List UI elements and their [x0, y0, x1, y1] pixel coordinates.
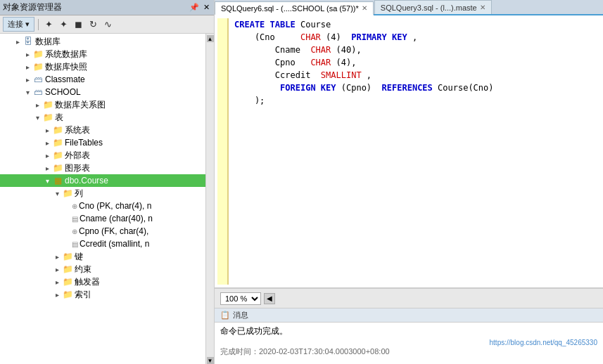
constraints-folder-icon: 📁: [62, 264, 73, 275]
code-fk-course: Course(Cno): [438, 83, 493, 93]
sys-tables-label: 系统表: [65, 124, 90, 136]
tree-item-tables[interactable]: ▾ 📁 表: [0, 111, 205, 124]
db-snapshot-label: 数据库快照: [45, 61, 87, 73]
expander-col-cno: [62, 201, 72, 211]
filter-icon[interactable]: ✦: [57, 18, 70, 31]
col-ccredit-label: Ccredit (smallint, n: [80, 239, 149, 249]
tab-query3-close-button[interactable]: ✕: [480, 4, 485, 11]
tree-item-sys-tables[interactable]: ▸ 📁 系统表: [0, 124, 205, 136]
tree-item-system-dbs[interactable]: ▸ 📁 系统数据库: [0, 48, 205, 60]
tab-query3-label: SQLQuery3.sql - (l...).maste: [381, 4, 477, 12]
tree-item-db-snapshot[interactable]: ▸ 📁 数据库快照: [0, 60, 205, 73]
expander-columns: ▾: [52, 188, 62, 198]
db-snapshot-folder-icon: 📁: [32, 61, 44, 72]
scroll-left-button[interactable]: ◀: [264, 293, 275, 304]
expander-col-cname: [62, 214, 72, 223]
triggers-label: 触发器: [75, 276, 100, 288]
pk-icon: ⊕: [72, 202, 77, 210]
tree-item-graph-tables[interactable]: ▸ 📁 图形表: [0, 162, 205, 174]
tree-item-col-cname[interactable]: ▤ Cname (char(40), n: [0, 212, 205, 225]
kw-smallint: SMALLINT: [321, 70, 362, 80]
graph-tables-label: 图形表: [65, 162, 90, 174]
tree-item-indexes[interactable]: ▸ 📁 索引: [0, 288, 205, 301]
expander-school: ▾: [23, 87, 32, 97]
tree-item-ext-tables[interactable]: ▸ 📁 外部表: [0, 149, 205, 162]
scroll-up-button[interactable]: ▲: [207, 35, 214, 42]
code-close-paren: );: [234, 96, 265, 105]
expander-system-dbs: ▸: [23, 49, 32, 59]
tree-item-school-diagram[interactable]: ▸ 📁 数据库关系图: [0, 98, 205, 111]
tree-item-dbo-course[interactable]: ▾ ▦ dbo.Course: [0, 174, 205, 187]
expander-keys: ▸: [52, 252, 62, 261]
classmate-label: Classmate: [45, 74, 85, 84]
code-line-7: );: [234, 94, 600, 107]
tab-query6-close-button[interactable]: ✕: [362, 4, 367, 12]
tree-item-classmate[interactable]: ▸ 🗃 Classmate: [0, 73, 205, 86]
tree-item-col-ccredit[interactable]: ▤ Ccredit (smallint, n: [0, 238, 205, 250]
left-panel-close-icon[interactable]: ✕: [202, 3, 211, 12]
tree-item-constraints[interactable]: ▸ 📁 约束: [0, 263, 205, 275]
messages-body: 命令已成功完成。 https://blog.csdn.net/qq_452653…: [215, 323, 603, 364]
expander-classmate: ▸: [23, 74, 32, 84]
classmate-db-icon: 🗃: [32, 74, 44, 85]
col-cname-label: Cname (char(40), n: [80, 214, 153, 223]
expander-databases: ▸: [13, 37, 23, 46]
tree-item-col-cno[interactable]: ⊕ Cno (PK, char(4), n: [0, 200, 205, 212]
messages-icon: 📋: [220, 311, 230, 320]
code-line-1: CREATE TABLE Course: [234, 18, 600, 31]
ext-tables-folder-icon: 📁: [52, 150, 63, 161]
code-line-2: (Cno CHAR (4) PRIMARY KEY ,: [234, 31, 600, 44]
dbo-course-label: dbo.Course: [65, 176, 108, 186]
system-dbs-label: 系统数据库: [45, 48, 87, 60]
tab-query6-label: SQLQuery6.sql - (....SCHOOL (sa (57))*: [221, 4, 359, 13]
dbo-course-table-icon: ▦: [52, 175, 63, 186]
expander-indexes: ▸: [52, 290, 62, 299]
refresh-icon[interactable]: ↻: [87, 18, 99, 31]
code-line-6: FOREIGN KEY (Cpno) REFERENCES Course(Cno…: [234, 82, 600, 94]
kw-char-2: CHAR: [310, 45, 331, 55]
tab-query3[interactable]: SQLQuery3.sql - (l...).maste ✕: [374, 0, 492, 14]
tree-item-databases[interactable]: ▸ 🗄 数据库: [0, 35, 205, 48]
tables-label: 表: [55, 112, 63, 124]
tree-item-col-cpno[interactable]: ⊕ Cpno (FK, char(4),: [0, 225, 205, 238]
constraints-label: 约束: [75, 264, 91, 275]
code-ccredit-pre: Ccredit: [234, 70, 316, 80]
ext-tables-label: 外部表: [65, 150, 90, 162]
tree-item-keys[interactable]: ▸ 📁 键: [0, 250, 205, 263]
code-fk-cpno: (Cpno): [341, 83, 377, 93]
pin-icon[interactable]: 📌: [188, 3, 201, 12]
expander-db-snapshot: ▸: [23, 62, 32, 72]
tree-item-triggers[interactable]: ▸ 📁 触发器: [0, 275, 205, 288]
code-cname-pre: Cname: [234, 45, 305, 55]
stop-icon[interactable]: ◼: [72, 18, 84, 31]
tab-query6[interactable]: SQLQuery6.sql - (....SCHOOL (sa (57))* ✕: [215, 1, 374, 15]
messages-panel: 📋 消息 命令已成功完成。 https://blog.csdn.net/qq_4…: [215, 308, 603, 364]
connect-button[interactable]: 连接 ▾: [3, 17, 34, 32]
file-tables-folder-icon: 📁: [52, 137, 63, 148]
indexes-folder-icon: 📁: [62, 289, 73, 300]
code-cno-size: (4): [326, 32, 346, 42]
tree-item-file-tables[interactable]: ▸ 📁 FileTables: [0, 136, 205, 149]
code-editor[interactable]: CREATE TABLE Course (Cno CHAR (4) PRIMAR…: [215, 15, 603, 288]
expander-tables: ▾: [32, 112, 42, 122]
new-query-icon[interactable]: ✦: [42, 18, 55, 31]
activity-icon[interactable]: ∿: [101, 18, 114, 31]
code-content-area: CREATE TABLE Course (Cno CHAR (4) PRIMAR…: [229, 18, 600, 285]
scroll-down-button[interactable]: ▼: [207, 357, 214, 364]
code-cpno-rest: (4),: [336, 58, 357, 67]
columns-folder-icon: 📁: [62, 188, 73, 199]
zoom-select[interactable]: 100 %: [220, 292, 261, 305]
code-ccredit-comma: ,: [367, 70, 372, 80]
left-scrollbar[interactable]: ▲ ▼: [205, 34, 214, 364]
code-line-4: Cpno CHAR (4),: [234, 56, 600, 69]
messages-time-text: 完成时间：2020-02-03T17:30:04.0003000+08:00: [220, 346, 597, 357]
editor-status-bar: 100 % ◀: [215, 288, 603, 308]
tree-item-school[interactable]: ▾ 🗃 SCHOOL: [0, 86, 205, 98]
code-line-5: Ccredit SMALLINT ,: [234, 69, 600, 82]
fk-icon: ⊕: [72, 228, 77, 235]
diagram-folder-icon: 📁: [42, 99, 53, 110]
code-course-name: Course: [300, 20, 331, 30]
tables-folder-icon: 📁: [42, 112, 53, 123]
expander-file-tables: ▸: [42, 138, 52, 148]
tree-item-columns[interactable]: ▾ 📁 列: [0, 187, 205, 200]
